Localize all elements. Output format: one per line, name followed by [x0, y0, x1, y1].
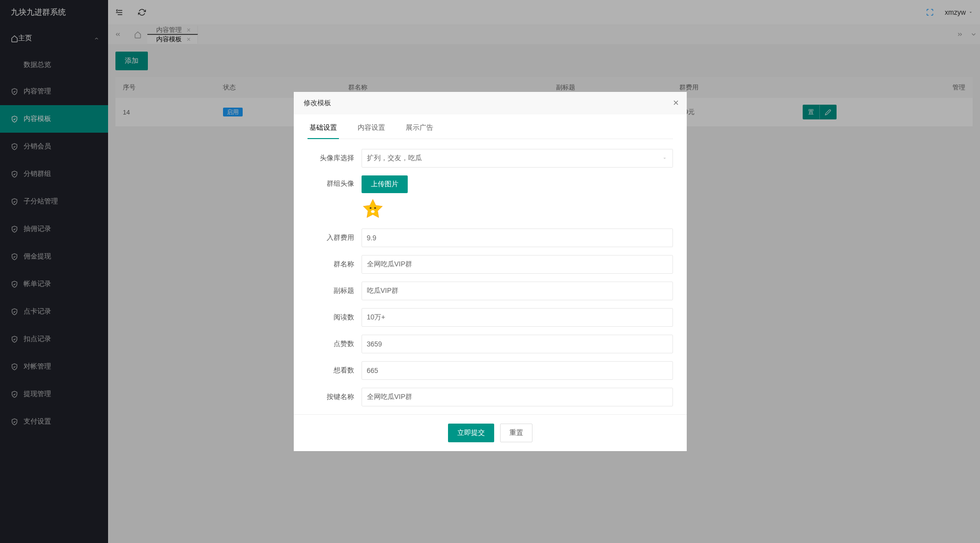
- chevron-down-icon: [662, 155, 668, 161]
- label-name: 群名称: [308, 260, 362, 269]
- dialog-tab-2[interactable]: 展示广告: [404, 123, 435, 139]
- modal-overlay: 修改模板 基础设置内容设置展示广告 头像库选择 扩列，交友，吃瓜 群组头像 上传…: [0, 0, 980, 543]
- close-icon: [672, 99, 680, 107]
- dialog-tab-1[interactable]: 内容设置: [356, 123, 387, 139]
- dialog-title: 修改模板: [294, 92, 687, 114]
- label-likes: 点赞数: [308, 340, 362, 348]
- label-avatar-lib: 头像库选择: [308, 154, 362, 163]
- edit-template-dialog: 修改模板 基础设置内容设置展示广告 头像库选择 扩列，交友，吃瓜 群组头像 上传…: [294, 92, 687, 451]
- wants-input[interactable]: [362, 361, 673, 380]
- dialog-close-button[interactable]: [672, 99, 680, 107]
- label-btnname: 按键名称: [308, 393, 362, 401]
- star-avatar-icon: [362, 198, 384, 221]
- btnname-input[interactable]: [362, 388, 673, 406]
- name-input[interactable]: [362, 255, 673, 274]
- avatar-lib-value: 扩列，交友，吃瓜: [367, 154, 422, 163]
- label-group-avatar: 群组头像: [308, 175, 362, 188]
- avatar-lib-select[interactable]: 扩列，交友，吃瓜: [362, 149, 673, 168]
- label-reads: 阅读数: [308, 313, 362, 322]
- svg-point-0: [369, 207, 371, 209]
- label-subtitle: 副标题: [308, 286, 362, 295]
- upload-image-button[interactable]: 上传图片: [362, 175, 408, 193]
- submit-button[interactable]: 立即提交: [448, 424, 494, 442]
- svg-point-1: [374, 207, 376, 209]
- likes-input[interactable]: [362, 335, 673, 353]
- reset-button[interactable]: 重置: [500, 424, 532, 442]
- fee-input[interactable]: [362, 229, 673, 247]
- dialog-tab-0[interactable]: 基础设置: [308, 123, 339, 139]
- label-wants: 想看数: [308, 366, 362, 375]
- reads-input[interactable]: [362, 308, 673, 327]
- subtitle-input[interactable]: [362, 282, 673, 300]
- label-fee: 入群费用: [308, 233, 362, 242]
- avatar-preview: [362, 198, 384, 221]
- svg-point-2: [371, 210, 374, 213]
